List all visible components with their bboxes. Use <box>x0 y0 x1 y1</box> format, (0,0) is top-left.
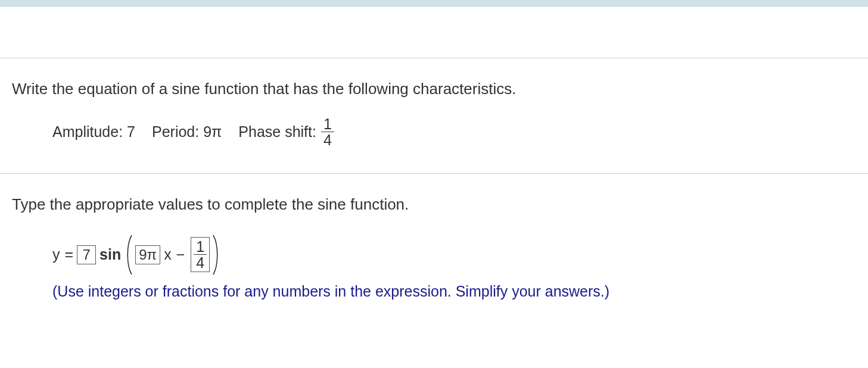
phase-shift-fraction: 1 4 <box>321 116 334 148</box>
phase-shift-input[interactable]: 1 4 <box>191 237 210 273</box>
open-paren-icon <box>125 234 133 276</box>
equation-line: y = 7 sin 9π x − 1 4 <box>52 234 856 276</box>
given-characteristics: Amplitude: 7 Period: 9π Phase shift: 1 4 <box>52 116 856 148</box>
amplitude-input[interactable]: 7 <box>77 245 96 264</box>
sin-label: sin <box>99 246 121 263</box>
phase-shift-numerator: 1 <box>321 116 334 132</box>
phase-shift-label: Phase shift: 1 4 <box>238 116 334 148</box>
equation-equals: = <box>65 246 74 263</box>
question-section: Write the equation of a sine function th… <box>0 58 868 173</box>
phase-shift-input-num: 1 <box>194 239 207 255</box>
period-label: Period: 9π <box>152 123 222 141</box>
phase-shift-label-text: Phase shift: <box>238 123 316 141</box>
equation-y: y <box>52 246 60 263</box>
phase-shift-input-fraction: 1 4 <box>194 239 207 271</box>
answer-hint: (Use integers or fractions for any numbe… <box>52 283 856 300</box>
amplitude-label: Amplitude: 7 <box>52 123 135 141</box>
header-spacer <box>0 7 868 58</box>
amplitude-label-text: Amplitude: <box>52 123 123 140</box>
phase-shift-input-den: 4 <box>194 255 207 270</box>
top-accent-bar <box>0 0 868 7</box>
b-coefficient-input[interactable]: 9π <box>135 245 160 264</box>
equation-minus: − <box>176 246 185 263</box>
period-value: 9π <box>203 123 222 140</box>
question-prompt: Write the equation of a sine function th… <box>12 80 856 98</box>
close-paren-icon <box>212 234 220 276</box>
period-label-text: Period: <box>152 123 199 140</box>
amplitude-value: 7 <box>127 123 135 140</box>
equation-x: x <box>164 246 172 263</box>
paren-inner: 9π x − 1 4 <box>133 237 212 273</box>
answer-instruction: Type the appropriate values to complete … <box>12 195 856 214</box>
phase-shift-denominator: 4 <box>321 132 334 148</box>
answer-section: Type the appropriate values to complete … <box>0 173 868 311</box>
